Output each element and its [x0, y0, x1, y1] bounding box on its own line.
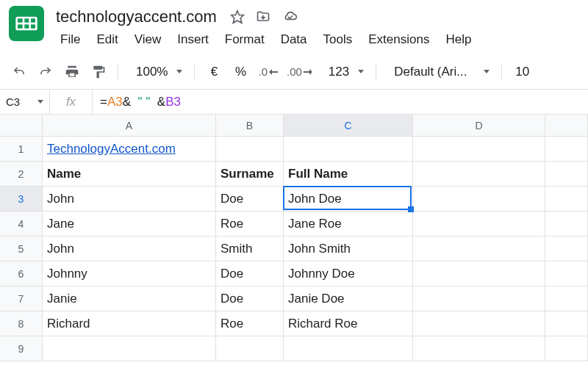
- cell[interactable]: [413, 137, 545, 162]
- increase-decimal-button[interactable]: .00: [284, 60, 315, 84]
- cell[interactable]: Surname: [216, 162, 284, 187]
- star-icon[interactable]: [230, 10, 245, 24]
- cell[interactable]: [545, 261, 588, 286]
- cell[interactable]: [413, 261, 545, 286]
- row-header-9[interactable]: 9: [0, 336, 43, 361]
- cell[interactable]: [545, 212, 588, 237]
- formula-input[interactable]: =A3& " " &B3: [93, 95, 588, 109]
- col-header-blank[interactable]: [545, 115, 588, 137]
- cell[interactable]: [545, 237, 588, 261]
- number-format-select[interactable]: 123: [318, 65, 368, 79]
- cell[interactable]: [216, 137, 284, 162]
- cell[interactable]: Smith: [216, 237, 284, 261]
- cell[interactable]: [413, 187, 545, 212]
- cell[interactable]: [216, 336, 284, 361]
- decrease-decimal-button[interactable]: .0: [255, 60, 281, 84]
- cell[interactable]: [545, 137, 588, 162]
- row-header-3[interactable]: 3: [0, 187, 43, 212]
- menu-format[interactable]: Format: [218, 29, 272, 50]
- cell[interactable]: Janie Doe: [284, 286, 413, 311]
- toolbar: 100% € % .0 .00 123 Default (Ari... 10: [0, 54, 588, 90]
- cell[interactable]: [413, 237, 545, 261]
- row-header-6[interactable]: 6: [0, 261, 43, 286]
- table-row: TechnologyAccent.com: [43, 137, 588, 162]
- table-row: JaneRoeJane Roe: [43, 212, 588, 237]
- font-size-input[interactable]: 10: [509, 65, 535, 79]
- undo-icon[interactable]: [7, 60, 31, 84]
- table-row: JohnnyDoeJohnny Doe: [43, 261, 588, 286]
- paint-format-icon[interactable]: [87, 60, 110, 84]
- menu-help[interactable]: Help: [438, 29, 478, 50]
- cell[interactable]: [545, 286, 588, 311]
- cell[interactable]: John: [43, 237, 216, 261]
- sheets-logo-icon[interactable]: [9, 6, 44, 41]
- cell[interactable]: [413, 162, 545, 187]
- cell[interactable]: Doe: [216, 261, 284, 286]
- menu-extensions[interactable]: Extensions: [361, 29, 437, 50]
- menu-data[interactable]: Data: [273, 29, 315, 50]
- cell[interactable]: Name: [43, 162, 216, 187]
- cell[interactable]: Johnny: [43, 261, 216, 286]
- row-header-5[interactable]: 5: [0, 237, 43, 261]
- font-family-select[interactable]: Default (Ari...: [384, 65, 494, 79]
- cell[interactable]: John: [43, 187, 216, 212]
- row-header-7[interactable]: 7: [0, 286, 43, 311]
- cell[interactable]: Janie: [43, 286, 216, 311]
- fx-icon: fx: [50, 90, 93, 114]
- cell[interactable]: Richard: [43, 311, 216, 336]
- cell[interactable]: [413, 336, 545, 361]
- cell[interactable]: Doe: [216, 187, 284, 212]
- cell[interactable]: [43, 336, 216, 361]
- menu-insert[interactable]: Insert: [170, 29, 216, 50]
- table-row: [43, 336, 588, 361]
- menu-edit[interactable]: Edit: [89, 29, 125, 50]
- formula-bar: C3 fx =A3& " " &B3: [0, 90, 588, 115]
- cell[interactable]: TechnologyAccent.com: [43, 137, 216, 162]
- menu-view[interactable]: View: [127, 29, 169, 50]
- cell[interactable]: Jane Roe: [284, 212, 413, 237]
- print-icon[interactable]: [60, 60, 84, 84]
- cell[interactable]: Full Name: [284, 162, 413, 187]
- col-header-D[interactable]: D: [413, 115, 545, 137]
- name-box[interactable]: C3: [0, 90, 50, 114]
- cell[interactable]: Roe: [216, 212, 284, 237]
- currency-button[interactable]: €: [202, 60, 226, 84]
- col-header-B[interactable]: B: [216, 115, 284, 137]
- row-header-2[interactable]: 2: [0, 162, 43, 187]
- cell[interactable]: John Smith: [284, 237, 413, 261]
- svg-marker-5: [232, 11, 244, 24]
- row-header-8[interactable]: 8: [0, 311, 43, 336]
- cell[interactable]: [284, 336, 413, 361]
- menu-tools[interactable]: Tools: [316, 29, 360, 50]
- table-row: NameSurnameFull Name: [43, 162, 588, 187]
- document-title[interactable]: technologyaccent.com: [53, 7, 217, 26]
- cell[interactable]: [545, 187, 588, 212]
- cell[interactable]: [413, 286, 545, 311]
- cloud-status-icon[interactable]: [282, 10, 299, 24]
- row-header-4[interactable]: 4: [0, 212, 43, 237]
- cell[interactable]: Jane: [43, 212, 216, 237]
- redo-icon[interactable]: [34, 60, 57, 84]
- zoom-select[interactable]: 100%: [126, 65, 187, 79]
- cell[interactable]: Johnny Doe: [284, 261, 413, 286]
- cell[interactable]: John Doe: [284, 187, 413, 212]
- move-folder-icon[interactable]: [255, 10, 271, 24]
- cell[interactable]: [545, 162, 588, 187]
- cell[interactable]: [413, 212, 545, 237]
- cell[interactable]: Doe: [216, 286, 284, 311]
- table-row: JanieDoeJanie Doe: [43, 286, 588, 311]
- cell[interactable]: [545, 311, 588, 336]
- select-all-corner[interactable]: [0, 115, 43, 137]
- table-row: JohnDoeJohn Doe: [43, 187, 588, 212]
- col-header-A[interactable]: A: [43, 115, 216, 137]
- cell[interactable]: Richard Roe: [284, 311, 413, 336]
- cell[interactable]: [545, 336, 588, 361]
- menu-bar: File Edit View Insert Format Data Tools …: [53, 28, 579, 54]
- col-header-C[interactable]: C: [284, 115, 413, 137]
- menu-file[interactable]: File: [53, 29, 87, 50]
- cell[interactable]: Roe: [216, 311, 284, 336]
- row-header-1[interactable]: 1: [0, 137, 43, 162]
- percent-button[interactable]: %: [229, 60, 252, 84]
- cell[interactable]: [413, 311, 545, 336]
- cell[interactable]: [284, 137, 413, 162]
